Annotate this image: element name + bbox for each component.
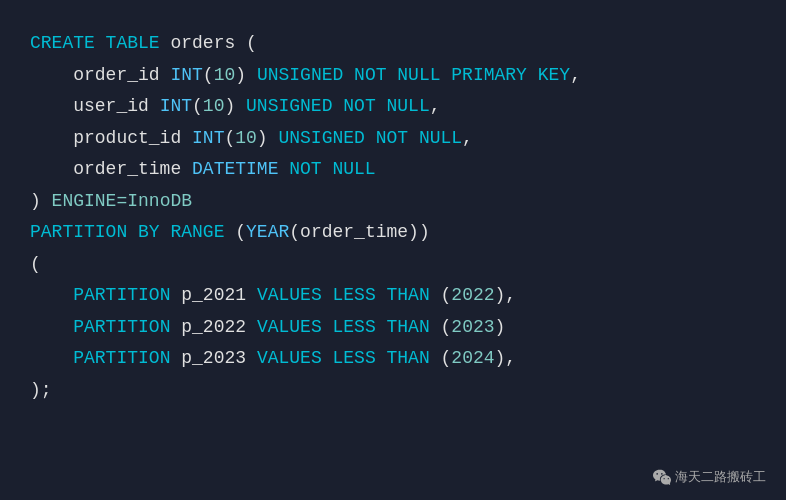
code-token: user_id (30, 91, 160, 123)
code-block: CREATE TABLE orders ( order_id INT(10) U… (30, 28, 756, 406)
code-editor: CREATE TABLE orders ( order_id INT(10) U… (0, 0, 786, 500)
code-token: p_2022 (181, 312, 257, 344)
code-token: ) (224, 91, 246, 123)
code-token: PARTITION (73, 280, 181, 312)
code-line-line1: CREATE TABLE orders ( (30, 28, 756, 60)
code-token: p_2021 (181, 280, 257, 312)
code-token: ( (235, 217, 246, 249)
code-line-line8: ( (30, 249, 756, 281)
code-token: ), (495, 280, 517, 312)
code-token: INT (160, 91, 192, 123)
code-token: , (462, 123, 473, 155)
code-token: VALUES LESS THAN (257, 343, 441, 375)
code-token (30, 343, 73, 375)
code-token: UNSIGNED NOT NULL PRIMARY KEY (257, 60, 570, 92)
code-token: DATETIME (192, 154, 289, 186)
watermark: 海天二路搬砖工 (653, 468, 766, 486)
code-token: )) (408, 217, 430, 249)
code-token: ( (441, 343, 452, 375)
code-line-line3: user_id INT(10) UNSIGNED NOT NULL, (30, 91, 756, 123)
code-token: ) (235, 60, 257, 92)
code-line-line12: ); (30, 375, 756, 407)
code-token: ( (235, 28, 257, 60)
code-token: ) (30, 186, 52, 218)
code-token: 2023 (451, 312, 494, 344)
code-token: INT (192, 123, 224, 155)
code-token: PARTITION BY RANGE (30, 217, 235, 249)
code-token: YEAR (246, 217, 289, 249)
code-token: order_time (30, 154, 192, 186)
code-line-line5: order_time DATETIME NOT NULL (30, 154, 756, 186)
code-token: CREATE TABLE (30, 28, 170, 60)
code-token: 10 (214, 60, 236, 92)
code-token: ( (441, 312, 452, 344)
code-token: 10 (235, 123, 257, 155)
code-token: ( (289, 217, 300, 249)
code-token: order_time (300, 217, 408, 249)
code-token: product_id (30, 123, 192, 155)
code-token: ) (495, 312, 506, 344)
code-token: ( (441, 280, 452, 312)
code-token: ( (203, 60, 214, 92)
code-token: p_2023 (181, 343, 257, 375)
code-token: ( (224, 123, 235, 155)
code-token: 2024 (451, 343, 494, 375)
code-line-line2: order_id INT(10) UNSIGNED NOT NULL PRIMA… (30, 60, 756, 92)
wechat-icon (653, 468, 671, 486)
code-line-line7: PARTITION BY RANGE (YEAR(order_time)) (30, 217, 756, 249)
code-line-line11: PARTITION p_2023 VALUES LESS THAN (2024)… (30, 343, 756, 375)
code-token: UNSIGNED NOT NULL (278, 123, 462, 155)
code-token: , (570, 60, 581, 92)
code-token: 10 (203, 91, 225, 123)
code-token: NOT NULL (289, 154, 375, 186)
watermark-text: 海天二路搬砖工 (675, 468, 766, 486)
code-token: ); (30, 375, 52, 407)
code-token: VALUES LESS THAN (257, 312, 441, 344)
code-token: ( (192, 91, 203, 123)
code-token: orders (170, 28, 235, 60)
code-token: order_id (30, 60, 170, 92)
code-token (30, 280, 73, 312)
code-line-line6: ) ENGINE=InnoDB (30, 186, 756, 218)
code-token: PARTITION (73, 312, 181, 344)
code-token: ), (495, 343, 517, 375)
code-token: 2022 (451, 280, 494, 312)
code-token: ( (30, 249, 41, 281)
code-token: ENGINE=InnoDB (52, 186, 192, 218)
code-line-line9: PARTITION p_2021 VALUES LESS THAN (2022)… (30, 280, 756, 312)
code-token: , (430, 91, 441, 123)
code-token (30, 312, 73, 344)
code-token: VALUES LESS THAN (257, 280, 441, 312)
code-line-line10: PARTITION p_2022 VALUES LESS THAN (2023) (30, 312, 756, 344)
code-token: ) (257, 123, 279, 155)
code-token: UNSIGNED NOT NULL (246, 91, 430, 123)
code-token: PARTITION (73, 343, 181, 375)
code-token: INT (170, 60, 202, 92)
code-line-line4: product_id INT(10) UNSIGNED NOT NULL, (30, 123, 756, 155)
